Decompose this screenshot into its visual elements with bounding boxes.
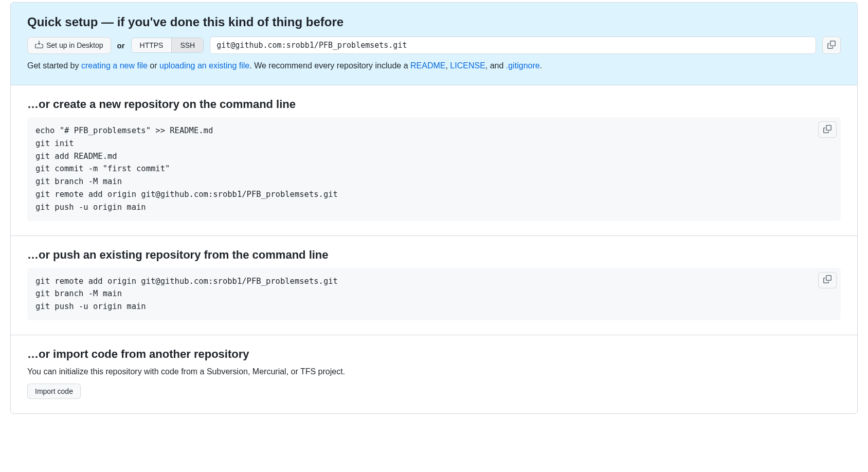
import-heading: …or import code from another repository: [27, 348, 841, 361]
create-repo-section: …or create a new repository on the comma…: [11, 85, 857, 236]
create-repo-code[interactable]: echo "# PFB_problemsets" >> README.md gi…: [35, 124, 833, 214]
clone-url-input[interactable]: [210, 37, 816, 54]
clone-row: Set up in Desktop or HTTPS SSH: [27, 37, 841, 54]
push-repo-section: …or push an existing repository from the…: [11, 236, 857, 335]
link-create-new-file[interactable]: creating a new file: [81, 61, 148, 70]
link-upload-file[interactable]: uploading an existing file: [159, 61, 249, 70]
copy-push-code-button[interactable]: [818, 272, 837, 288]
push-repo-heading: …or push an existing repository from the…: [27, 248, 841, 262]
setup-in-desktop-button[interactable]: Set up in Desktop: [27, 37, 111, 54]
copy-url-button[interactable]: [822, 37, 841, 54]
quick-setup-heading: Quick setup — if you've done this kind o…: [27, 15, 841, 29]
protocol-https-button[interactable]: HTTPS: [132, 38, 172, 52]
create-repo-heading: …or create a new repository on the comma…: [27, 98, 841, 111]
copy-icon: [827, 41, 836, 50]
import-description: You can initialize this repository with …: [27, 367, 841, 376]
link-readme[interactable]: README: [410, 61, 445, 70]
desktop-download-icon: [35, 41, 43, 50]
import-section: …or import code from another repository …: [11, 335, 857, 413]
setup-in-desktop-label: Set up in Desktop: [46, 41, 103, 49]
quick-setup-section: Quick setup — if you've done this kind o…: [11, 3, 857, 85]
copy-icon: [823, 275, 831, 285]
or-text: or: [117, 41, 125, 50]
create-repo-codeblock: echo "# PFB_problemsets" >> README.md gi…: [27, 117, 841, 221]
copy-create-code-button[interactable]: [818, 121, 837, 138]
protocol-toggle: HTTPS SSH: [131, 38, 204, 53]
push-repo-code[interactable]: git remote add origin git@github.com:sro…: [35, 275, 833, 313]
protocol-ssh-button[interactable]: SSH: [171, 38, 203, 52]
import-code-button[interactable]: Import code: [27, 384, 81, 399]
link-license[interactable]: LICENSE: [450, 61, 485, 70]
repo-setup-panel: Quick setup — if you've done this kind o…: [10, 2, 858, 414]
link-gitignore[interactable]: .gitignore: [506, 61, 540, 70]
push-repo-codeblock: git remote add origin git@github.com:sro…: [27, 268, 841, 320]
help-line: Get started by creating a new file or up…: [27, 61, 841, 70]
import-code-label: Import code: [35, 387, 73, 395]
copy-icon: [823, 125, 831, 135]
